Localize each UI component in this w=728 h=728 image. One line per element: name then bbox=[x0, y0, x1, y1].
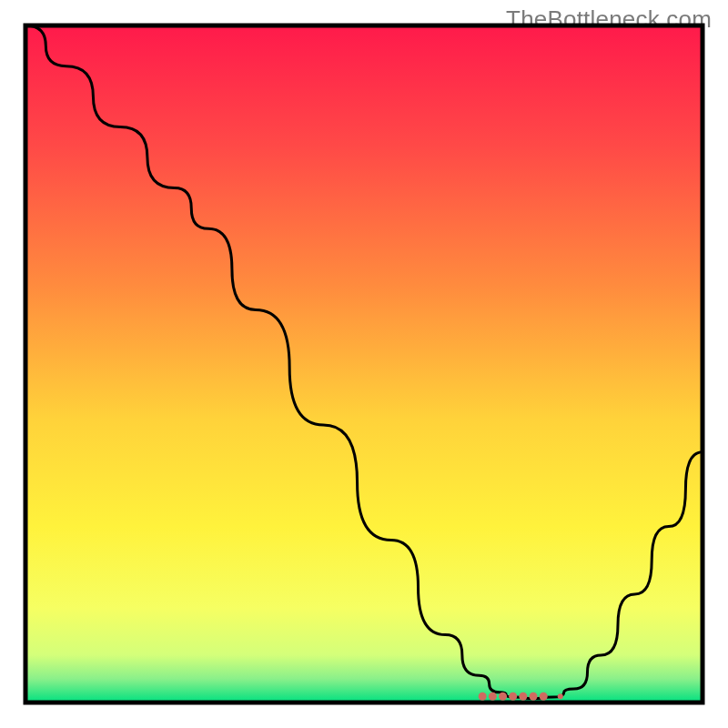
marker-dot bbox=[489, 693, 497, 701]
marker-dot bbox=[558, 693, 563, 699]
marker-dot bbox=[519, 693, 527, 701]
marker-dot bbox=[540, 693, 548, 701]
marker-dot bbox=[479, 693, 487, 701]
bottleneck-plot bbox=[0, 0, 728, 728]
marker-dot bbox=[499, 693, 507, 701]
marker-dot bbox=[530, 693, 538, 701]
chart-container: TheBottleneck.com bbox=[0, 0, 728, 728]
marker-dot bbox=[509, 693, 517, 701]
